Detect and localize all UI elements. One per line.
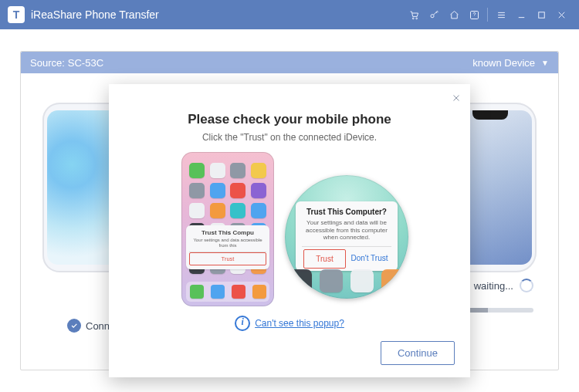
source-device: SC-53C: [68, 57, 103, 69]
minimize-icon[interactable]: [511, 5, 531, 25]
svg-point-0: [412, 18, 414, 19]
close-icon[interactable]: [449, 90, 464, 106]
continue-button[interactable]: Continue: [381, 341, 455, 365]
home-icon[interactable]: [444, 5, 464, 25]
check-icon: [67, 319, 81, 333]
cart-icon[interactable]: [404, 5, 424, 25]
illustration-sheet-large: Trust This Computer? Your settings and d…: [296, 201, 398, 271]
dialog-subtitle: Click the "Trust" on the connected iDevi…: [127, 132, 452, 143]
source-label: Source:: [30, 57, 65, 69]
panel-body: Conn puter, waiting... 50% Please check …: [21, 73, 558, 370]
illustration-dont-trust-btn: Don't Trust: [349, 249, 390, 269]
chevron-down-icon[interactable]: ▼: [541, 59, 549, 67]
transfer-panel: Source: SC-53C known Device ▼: [20, 51, 559, 370]
help-icon[interactable]: [464, 5, 484, 25]
illustration-magnifier: Trust This Computer? Your settings and d…: [285, 175, 408, 299]
trust-dialog: Please check your mobile phone Click the…: [109, 84, 470, 377]
svg-point-1: [415, 18, 417, 19]
close-window-icon[interactable]: [551, 5, 571, 25]
svg-rect-4: [538, 12, 544, 18]
app-title: iReaShare Phone Transfer: [31, 8, 159, 21]
svg-point-2: [430, 14, 433, 17]
help-link[interactable]: Can't see this popup?: [255, 318, 344, 329]
source-status-text: Conn: [86, 320, 110, 332]
titlebar: T iReaShare Phone Transfer: [0, 0, 579, 29]
illustration-trust-btn: Trust: [303, 249, 346, 269]
source-status: Conn: [67, 319, 110, 333]
illustration-phone: Trust This Compu Your settings and data …: [181, 152, 274, 306]
illustration-sheet-small: Trust This Compu Your settings and data …: [186, 225, 269, 269]
key-icon[interactable]: [424, 5, 444, 25]
menu-icon[interactable]: [491, 5, 511, 25]
illustration: Trust This Compu Your settings and data …: [174, 152, 405, 306]
separator: [487, 8, 488, 22]
app-logo: T: [8, 6, 25, 23]
dialog-title: Please check your mobile phone: [127, 112, 452, 127]
panel-header: Source: SC-53C known Device ▼: [21, 52, 558, 73]
window-body: Source: SC-53C known Device ▼: [0, 29, 579, 392]
maximize-icon[interactable]: [531, 5, 551, 25]
dest-device-label: known Device: [472, 57, 535, 69]
info-icon: i: [235, 316, 250, 331]
spinner-icon: [520, 279, 533, 292]
